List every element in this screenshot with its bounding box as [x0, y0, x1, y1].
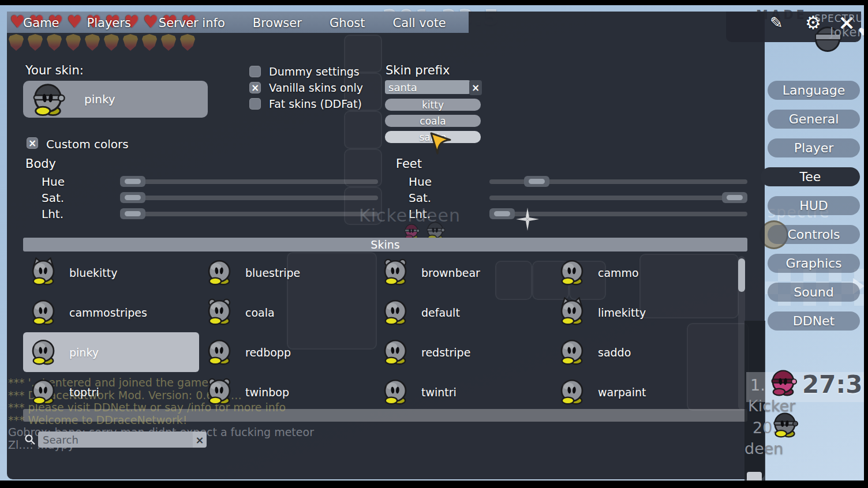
- slider-track[interactable]: [120, 196, 378, 200]
- armor-shields: [9, 34, 195, 51]
- map-tile: [344, 111, 382, 149]
- armor-shield-icon: [9, 34, 24, 51]
- skin-item-label: coala: [245, 306, 275, 319]
- search-clear-icon[interactable]: ×: [193, 431, 207, 448]
- slider-track[interactable]: [120, 212, 378, 216]
- skin-tee-icon: [205, 257, 234, 288]
- sidebar-tab-player[interactable]: Player: [768, 138, 860, 157]
- frame-right: [864, 0, 868, 488]
- search-input[interactable]: [38, 431, 202, 448]
- skin-item-label: bluekitty: [69, 266, 118, 279]
- sidebar-tab-sound[interactable]: Sound: [768, 283, 860, 302]
- skin-item-cammo[interactable]: cammo: [552, 253, 739, 292]
- skins-grid: bluekittybluestripebrownbearcammocammost…: [23, 253, 739, 412]
- sidebar-tab-controls[interactable]: Controls: [768, 225, 860, 244]
- menu-items: GamePlayersServer infoBrowserGhostCall v…: [7, 14, 446, 32]
- menu-item-call-vote[interactable]: Call vote: [392, 16, 446, 30]
- skin-preview-tee: [30, 81, 66, 119]
- skin-prefix-input[interactable]: [385, 80, 470, 94]
- skin-prefix-button-coala[interactable]: coala: [385, 115, 481, 127]
- slider-handle-feet-sat[interactable]: [722, 192, 747, 203]
- skin-prefix-button-kitty[interactable]: kitty: [385, 99, 481, 111]
- skin-prefix-clear-icon[interactable]: ×: [469, 80, 482, 95]
- skin-item-saddo[interactable]: saddo: [552, 332, 739, 372]
- skin-item-cammostripes[interactable]: cammostripes: [23, 292, 199, 332]
- toggle-checkbox-dummy-settings[interactable]: ×: [249, 66, 261, 77]
- skin-item-label: twintri: [421, 386, 457, 399]
- skin-item-coala[interactable]: coala: [199, 292, 375, 332]
- sidebar-tab-hud[interactable]: HUD: [768, 196, 860, 215]
- mouse-cursor: [428, 132, 451, 157]
- skin-preview-name: pinky: [84, 92, 115, 106]
- body-section-label: Body: [25, 157, 56, 171]
- armor-shield-icon: [104, 34, 119, 51]
- skin-tee-icon: [558, 337, 586, 368]
- armor-shield-icon: [180, 34, 195, 51]
- skin-item-label: brownbear: [421, 266, 480, 279]
- menu-item-game[interactable]: Game: [23, 16, 59, 30]
- menu-item-ghost[interactable]: Ghost: [330, 16, 365, 30]
- slider-handle-feet-hue[interactable]: [524, 176, 549, 187]
- custom-colors-checkbox[interactable]: ×: [27, 137, 38, 149]
- skin-item-label: cammostripes: [69, 306, 147, 319]
- armor-shield-icon: [28, 34, 43, 51]
- sidebar-tab-ddnet[interactable]: DDNet: [768, 311, 860, 331]
- sidebar-tab-language[interactable]: Language: [768, 81, 860, 100]
- skin-item-default[interactable]: default: [375, 292, 552, 332]
- skin-item-bluestripe[interactable]: bluestripe: [199, 253, 375, 292]
- skin-item-twintri[interactable]: twintri: [375, 372, 552, 412]
- skin-tee-icon: [29, 377, 58, 408]
- skin-tee-icon: [29, 337, 58, 368]
- skin-tee-icon: [205, 337, 234, 368]
- sidebar-tab-general[interactable]: General: [768, 110, 860, 129]
- skin-item-toptri[interactable]: toptri: [23, 372, 199, 412]
- skin-item-pinky[interactable]: pinky: [23, 332, 199, 372]
- toggle-checkbox-fat-skins-ddfat-[interactable]: ×: [249, 98, 261, 110]
- sidebar-tab-tee[interactable]: Tee: [761, 167, 860, 186]
- skin-tee-icon: [205, 377, 234, 408]
- skin-item-twinbop[interactable]: twinbop: [199, 372, 375, 412]
- toggle-label: Dummy settings: [269, 65, 360, 78]
- menu-item-players[interactable]: Players: [87, 16, 131, 30]
- skin-prefix-label: Skin prefix: [386, 63, 450, 77]
- armor-shield-icon: [123, 34, 138, 51]
- skin-tee-icon: [29, 257, 58, 288]
- skins-scrollbar-handle[interactable]: [738, 258, 745, 292]
- edit-pencil-icon[interactable]: ✎: [770, 14, 783, 32]
- skin-item-brownbear[interactable]: brownbear: [375, 253, 552, 292]
- skin-item-warpaint[interactable]: warpaint: [552, 372, 739, 412]
- skin-tee-icon: [558, 257, 586, 288]
- scoreboard-tee-deen: [771, 411, 799, 441]
- custom-colors-label: Custom colors: [46, 137, 129, 151]
- slider-handle-feet-lht[interactable]: [489, 208, 515, 219]
- scoreboard-name-deen: deen: [744, 440, 783, 457]
- skin-item-label: twinbop: [245, 386, 289, 399]
- skin-toggle-list: ×Dummy settings×Vanilla skins only×Fat s…: [249, 63, 363, 112]
- skin-item-redstripe[interactable]: redstripe: [375, 332, 552, 372]
- skin-tee-icon: [381, 377, 410, 408]
- toggle-label: Fat skins (DDFat): [269, 97, 362, 110]
- slider-handle-body-lht[interactable]: [120, 208, 145, 219]
- slider-track[interactable]: [120, 179, 378, 184]
- slider-label-feet-sat: Sat.: [409, 191, 431, 205]
- skin-tee-icon: [558, 297, 586, 328]
- slider-track[interactable]: [489, 196, 747, 200]
- your-skin-label: Your skin:: [25, 63, 84, 77]
- armor-shield-icon: [142, 34, 157, 51]
- menu-item-browser[interactable]: Browser: [253, 16, 302, 30]
- sidebar-tab-graphics[interactable]: Graphics: [768, 254, 860, 273]
- slider-handle-body-hue[interactable]: [120, 176, 145, 187]
- toggle-checkbox-vanilla-skins-only[interactable]: ×: [249, 82, 261, 93]
- frame-top: [0, 0, 868, 5]
- skin-item-label: warpaint: [598, 386, 646, 399]
- skin-item-limekitty[interactable]: limekitty: [552, 292, 739, 332]
- skin-item-bluekitty[interactable]: bluekitty: [23, 253, 199, 292]
- skin-tee-icon: [381, 297, 410, 328]
- skin-item-label: redstripe: [421, 346, 470, 359]
- skin-item-redbopp[interactable]: redbopp: [199, 332, 375, 372]
- slider-label-body-sat: Sat.: [42, 191, 64, 205]
- slider-handle-body-sat[interactable]: [120, 192, 145, 203]
- skin-item-label: default: [421, 306, 460, 319]
- menu-item-server-info[interactable]: Server info: [159, 16, 225, 30]
- skin-item-label: redbopp: [245, 346, 291, 359]
